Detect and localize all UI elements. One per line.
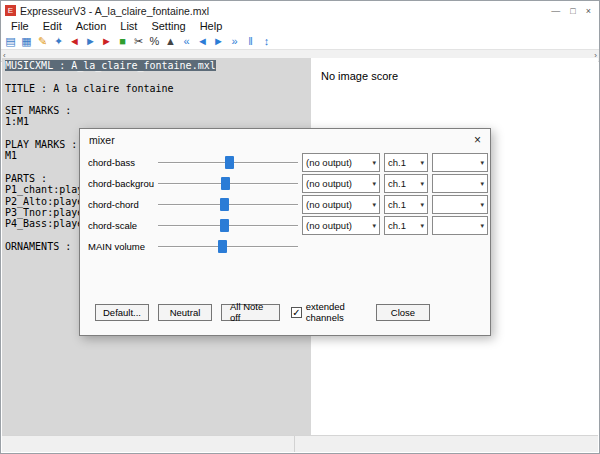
status-bar: [2, 435, 598, 452]
mixer-dialog-title: mixer: [89, 134, 115, 146]
volume-slider[interactable]: [158, 218, 298, 233]
close-dialog-button[interactable]: Close: [376, 304, 430, 321]
metronome-icon[interactable]: ▲: [164, 34, 177, 49]
volume-slider[interactable]: [158, 176, 298, 191]
window-title: ExpresseurV3 - A_la_claire_fontaine.mxl: [20, 5, 209, 17]
channel-select-value: ch.1: [388, 199, 406, 210]
minimize-button[interactable]: —: [551, 6, 560, 16]
mixer-dialog-titlebar[interactable]: mixer ×: [80, 129, 490, 150]
edit-pencil-icon[interactable]: ✎: [36, 34, 49, 49]
volume-slider[interactable]: [158, 155, 298, 170]
menu-item-setting[interactable]: Setting: [144, 20, 192, 32]
mixer-dialog: mixer × chord-bass(no output)▾ch.1▾▾chor…: [79, 128, 491, 336]
extra-select[interactable]: ▾: [432, 153, 488, 172]
percent-icon[interactable]: %: [148, 34, 161, 49]
slider-track[interactable]: [158, 246, 298, 248]
mixer-row-label: chord-bass: [88, 157, 154, 168]
speaker-previous-icon[interactable]: ◄: [68, 34, 81, 49]
cut-icon[interactable]: ✂: [132, 34, 145, 49]
extended-channels-checkbox[interactable]: ✓ extended channels: [291, 301, 376, 323]
mixer-row-label: chord-scale: [88, 220, 154, 231]
output-select-value: (no output): [306, 199, 352, 210]
mixer-row: chord-background(no output)▾ch.1▾▾: [88, 173, 484, 194]
app-icon: E: [5, 5, 16, 16]
chevron-down-icon: ▾: [372, 222, 376, 230]
no-image-score-label: No image score: [321, 70, 398, 82]
chevron-down-icon: ▾: [480, 201, 484, 209]
mixer-row: chord-chord(no output)▾ch.1▾▾: [88, 194, 484, 215]
maximize-button[interactable]: □: [570, 6, 575, 16]
slider-thumb[interactable]: [218, 240, 227, 253]
chevron-down-icon: ▾: [480, 180, 484, 188]
checkbox-box[interactable]: ✓: [291, 307, 301, 318]
chevron-down-icon: ▾: [420, 222, 424, 230]
channel-select[interactable]: ch.1▾: [384, 153, 428, 172]
dialog-close-icon[interactable]: ×: [474, 133, 481, 147]
output-select-value: (no output): [306, 157, 352, 168]
channel-select[interactable]: ch.1▾: [384, 195, 428, 214]
channel-select-value: ch.1: [388, 220, 406, 231]
chevron-down-icon: ▾: [480, 222, 484, 230]
chevron-down-icon: ▾: [420, 201, 424, 209]
mixer-row: MAIN volume: [88, 236, 484, 257]
step-forward-icon[interactable]: ►: [212, 34, 225, 49]
mixer-rows: chord-bass(no output)▾ch.1▾▾chord-backgr…: [80, 150, 490, 257]
menu-item-file[interactable]: File: [4, 20, 36, 32]
volume-slider[interactable]: [158, 239, 298, 254]
text-line: [5, 94, 311, 105]
close-button[interactable]: ×: [586, 6, 591, 16]
mixer-row: chord-scale(no output)▾ch.1▾▾: [88, 215, 484, 236]
pause-icon[interactable]: ‖: [244, 34, 257, 49]
chevron-down-icon: ▾: [480, 159, 484, 167]
play-small-icon[interactable]: ►: [84, 34, 97, 49]
toolbar: ▤▦✎✦◄►►■✂%▲«◄►»‖↕: [1, 33, 599, 49]
all-note-off-button[interactable]: All Note off: [221, 304, 280, 321]
extra-select[interactable]: ▾: [432, 174, 488, 193]
channel-select[interactable]: ch.1▾: [384, 174, 428, 193]
settings-icon[interactable]: ✦: [52, 34, 65, 49]
output-select[interactable]: (no output)▾: [302, 153, 380, 172]
go-first-icon[interactable]: «: [180, 34, 193, 49]
save-icon[interactable]: ▦: [20, 34, 33, 49]
channel-select-value: ch.1: [388, 157, 406, 168]
slider-thumb[interactable]: [220, 198, 229, 211]
speaker-next-icon[interactable]: ►: [100, 34, 113, 49]
text-line: SET MARKS :: [5, 105, 311, 116]
default-button[interactable]: Default...: [95, 304, 149, 321]
extra-select[interactable]: ▾: [432, 195, 488, 214]
volume-slider[interactable]: [158, 197, 298, 212]
menu-item-list[interactable]: List: [113, 20, 144, 32]
mixer-row-label: MAIN volume: [88, 241, 154, 252]
text-line: TITLE : A la claire fontaine: [5, 83, 311, 94]
neutral-button[interactable]: Neutral: [158, 304, 212, 321]
menu-item-action[interactable]: Action: [69, 20, 114, 32]
mixer-button-row: Default... Neutral All Note off ✓ extend…: [95, 301, 475, 323]
vertical-align-icon[interactable]: ↕: [260, 34, 273, 49]
slider-thumb[interactable]: [220, 219, 229, 232]
title-bar: E ExpresseurV3 - A_la_claire_fontaine.mx…: [1, 1, 599, 18]
chevron-down-icon: ▾: [420, 159, 424, 167]
extra-select[interactable]: ▾: [432, 216, 488, 235]
menu-bar: FileEditActionListSettingHelp: [1, 18, 599, 33]
output-select[interactable]: (no output)▾: [302, 216, 380, 235]
mixer-row-label: chord-background: [88, 178, 154, 189]
chevron-down-icon: ▾: [372, 180, 376, 188]
go-last-icon[interactable]: »: [228, 34, 241, 49]
channel-select[interactable]: ch.1▾: [384, 216, 428, 235]
output-select-value: (no output): [306, 220, 352, 231]
status-cell-left: [2, 436, 295, 452]
output-select[interactable]: (no output)▾: [302, 174, 380, 193]
checkbox-label: extended channels: [306, 301, 376, 323]
text-line: [5, 71, 311, 82]
menu-item-help[interactable]: Help: [193, 20, 230, 32]
slider-thumb[interactable]: [225, 156, 234, 169]
chevron-down-icon: ▾: [420, 180, 424, 188]
new-file-icon[interactable]: ▤: [4, 34, 17, 49]
chevron-down-icon: ▾: [372, 159, 376, 167]
slider-thumb[interactable]: [221, 177, 230, 190]
output-select[interactable]: (no output)▾: [302, 195, 380, 214]
record-green-icon[interactable]: ■: [116, 34, 129, 49]
text-line: MUSICXML : A_la_claire_fontaine.mxl: [5, 60, 311, 71]
menu-item-edit[interactable]: Edit: [36, 20, 69, 32]
step-back-icon[interactable]: ◄: [196, 34, 209, 49]
